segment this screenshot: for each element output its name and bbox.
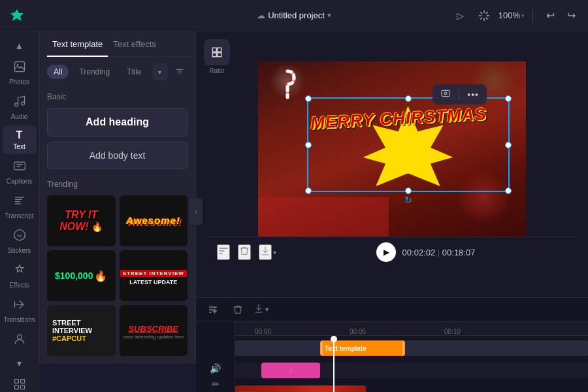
tl-track-pink: ♪ xyxy=(235,361,588,380)
template-card-money[interactable]: $100,000 🔥 xyxy=(47,250,116,301)
collapse-icon: ‹ xyxy=(195,208,197,216)
trending-section-label: Trending xyxy=(47,180,188,189)
template-card-capcut[interactable]: STREET INTERVIEW #CAPCUT xyxy=(47,305,116,356)
handle-bottom-left[interactable] xyxy=(305,188,312,194)
filter-all[interactable]: All xyxy=(47,65,69,79)
sidebar-item-transitions[interactable]: Transitions xyxy=(3,294,37,327)
undo-button[interactable]: ↩ xyxy=(541,7,559,25)
filter-title[interactable]: Title xyxy=(120,65,148,79)
tab-text-effects[interactable]: Text effects xyxy=(108,31,161,57)
template-card-subscribe[interactable]: SUBSCRIBE more interesting updates here xyxy=(120,305,188,356)
panel-content: Basic Add heading Add body text Trending… xyxy=(39,87,195,364)
fire-emoji: 🔥 xyxy=(91,221,103,232)
sidebar-item-text[interactable]: T Text xyxy=(3,125,37,154)
template-card-street-interview[interactable]: STREET INTERVIEW LATEST UPDATE xyxy=(120,250,188,301)
play-area: ▶ 00:02:02 | 00:18:07 xyxy=(376,242,476,262)
download-chevron[interactable]: ▾ xyxy=(273,249,276,256)
rotate-handle[interactable]: ↻ xyxy=(404,195,412,205)
canvas-screenshot-button[interactable] xyxy=(438,87,453,102)
sidebar-item-captions[interactable]: Captions xyxy=(3,155,37,189)
handle-top-mid[interactable] xyxy=(405,95,412,102)
tick-0000: 00:00 xyxy=(255,328,271,335)
svg-point-4 xyxy=(21,102,24,105)
template-card-awesome[interactable]: Awesome! xyxy=(120,195,188,246)
tl-pencil-icon[interactable]: ✏ xyxy=(212,379,220,389)
handle-top-left[interactable] xyxy=(305,95,312,102)
template-card-try-it-now[interactable]: TRY IT NOW! 🔥 xyxy=(47,195,116,246)
play-button[interactable]: ▶ xyxy=(376,242,396,262)
transcript-icon xyxy=(13,194,26,210)
photos-label: Photos xyxy=(9,78,29,86)
filter-more-button[interactable]: ▾ xyxy=(152,63,168,80)
svg-rect-13 xyxy=(212,53,216,57)
tl-playhead[interactable] xyxy=(333,336,335,392)
handle-top-right[interactable] xyxy=(505,95,512,102)
tl-download-button[interactable] xyxy=(253,303,264,316)
stickers-icon xyxy=(13,229,26,245)
add-heading-button[interactable]: Add heading xyxy=(47,108,188,137)
tl-main: 00:00 00:05 00:10 xyxy=(235,321,588,392)
sidebar-item-transcript[interactable]: Transcript xyxy=(3,190,37,223)
sidebar-item-effects[interactable]: Effects xyxy=(3,259,37,293)
zoom-control[interactable]: 100% ▾ xyxy=(498,10,525,20)
filter-sort-button[interactable] xyxy=(172,63,188,80)
canvas-more-button[interactable]: ••• xyxy=(465,88,482,101)
svg-rect-14 xyxy=(218,53,221,57)
bottom-controls: ▾ ▶ 00:02:02 | 00:18:07 xyxy=(206,237,578,267)
expand-more-icon: ▾ xyxy=(17,358,22,368)
magic-button[interactable] xyxy=(475,7,493,25)
card-subscribe-text: SUBSCRIBE xyxy=(128,324,178,334)
project-title[interactable]: Untitled project xyxy=(268,10,325,20)
timeline-delete-button[interactable] xyxy=(229,301,247,319)
filter-trending[interactable]: Trending xyxy=(73,65,116,79)
canvas-area: Ratio xyxy=(196,31,588,297)
sidebar-item-expand-more[interactable]: ▾ xyxy=(3,354,37,372)
handle-bottom-right[interactable] xyxy=(505,188,512,194)
sidebar-item-stickers[interactable]: Stickers xyxy=(3,225,37,258)
user-icon xyxy=(13,333,26,349)
effects-label: Effects xyxy=(9,282,29,289)
right-content: Ratio xyxy=(196,31,588,392)
card-awesome-text: Awesome! xyxy=(126,215,180,226)
timeline-toolbar: ▾ xyxy=(196,298,588,321)
top-bar-actions: ▷ 100% ▾ ↩ ↪ xyxy=(451,7,580,25)
svg-rect-10 xyxy=(20,385,24,389)
tab-text-template[interactable]: Text template xyxy=(47,31,108,57)
left-sidebar: ▲ Photos Audio T xyxy=(0,31,39,392)
zoom-value: 100% xyxy=(498,10,520,20)
sidebar-item-audio[interactable]: Audio xyxy=(3,91,37,124)
preview-play-button[interactable]: ▷ xyxy=(451,7,470,25)
trim-button[interactable] xyxy=(217,244,230,260)
tl-tracks-area: Text template ♪ xyxy=(235,336,588,392)
chevron-down-icon[interactable]: ▾ xyxy=(327,11,331,20)
handle-bottom-mid[interactable] xyxy=(405,188,412,194)
delete-button[interactable] xyxy=(238,244,251,260)
text-icon: T xyxy=(16,129,23,141)
svg-rect-7 xyxy=(14,380,18,384)
panel-collapse-button[interactable]: ‹ xyxy=(189,199,203,225)
tl-download-chevron[interactable]: ▾ xyxy=(265,306,269,313)
ratio-button[interactable] xyxy=(204,39,230,65)
card-subscribe-sub: more interesting updates here xyxy=(123,335,184,339)
tl-ruler: 00:00 00:05 00:10 xyxy=(235,321,588,336)
audio-label: Audio xyxy=(11,113,28,120)
redo-button[interactable]: ↪ xyxy=(562,7,580,25)
sidebar-item-user[interactable] xyxy=(3,329,37,353)
panel-tabs: Text template Text effects xyxy=(39,31,195,57)
project-title-area: ☁ Untitled project ▾ xyxy=(257,10,331,20)
chevron-up-icon: ▲ xyxy=(15,41,24,51)
logo xyxy=(8,7,26,25)
sidebar-item-collapse[interactable]: ▲ xyxy=(3,37,37,55)
money-emoji: 🔥 xyxy=(94,270,107,282)
add-body-button[interactable]: Add body text xyxy=(47,142,188,169)
clip-video[interactable] xyxy=(235,385,366,393)
filter-bar: All Trending Title ▾ xyxy=(39,57,195,87)
clip-pink[interactable]: ♪ xyxy=(261,363,320,378)
download-button[interactable] xyxy=(259,244,272,260)
svg-point-6 xyxy=(17,335,22,339)
sidebar-item-photos[interactable]: Photos xyxy=(3,56,37,90)
timeline-trim-button[interactable] xyxy=(204,301,222,319)
tl-volume-icon[interactable]: 🔊 xyxy=(210,363,221,374)
current-time: 00:02:02 xyxy=(402,248,436,257)
sidebar-item-grid[interactable] xyxy=(3,374,37,392)
